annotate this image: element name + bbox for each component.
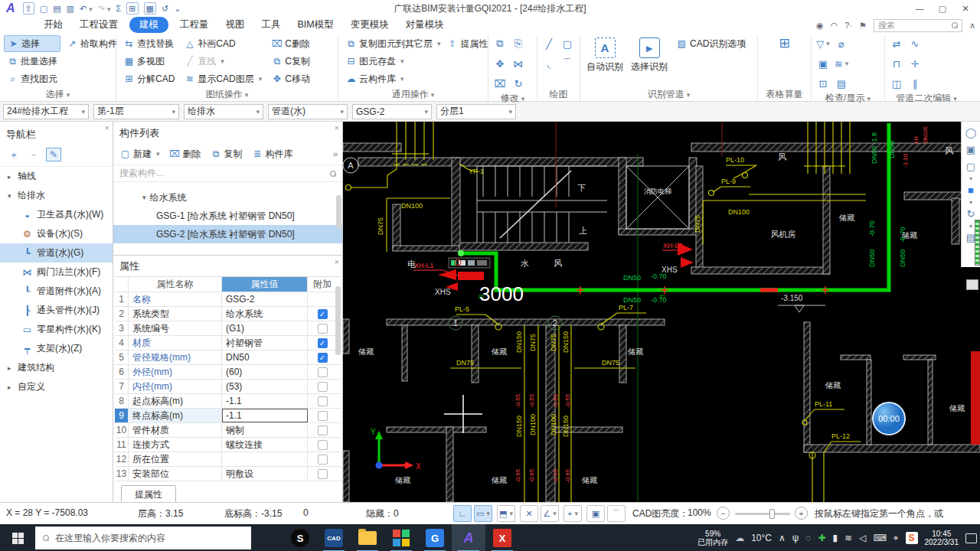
copy-to-other-floor-button[interactable]: ⧉复制图元到其它层 [342,35,444,52]
property-row[interactable]: 7内径(mm)(53) [115,380,341,394]
component-list-close-icon[interactable] [335,123,339,132]
rotate-icon[interactable]: ↻ [511,76,526,91]
window-select-icon[interactable]: ▭ [474,505,492,522]
group-label-identify-pipe[interactable]: 识别管道 [584,88,753,101]
battery-icon[interactable]: ▮ [833,533,838,543]
attach-checkbox[interactable] [318,353,328,363]
delete-component-button[interactable]: ⌧删除 [168,145,203,162]
draw-arc-icon[interactable]: ⌒ [560,56,575,71]
nav-item-fitting[interactable]: ┠通头管件(水)(J) [0,301,113,320]
chevron-down-icon[interactable]: ▾ [969,199,972,205]
component-dropdown[interactable]: GSG-2 [352,104,432,119]
ribbon-search-input[interactable]: 搜索 [874,19,962,32]
taskbar-app-s[interactable]: S [283,524,317,551]
tab-quantity[interactable]: 工程量 [172,18,217,31]
taskbar-app-cad[interactable]: CAD [317,524,351,551]
new-component-button[interactable]: ▢新建 [118,145,162,162]
attach-checkbox[interactable] [318,367,328,377]
tab-compare-module[interactable]: 对量模块 [397,18,452,31]
image-toggle-icon[interactable]: ▣ [586,505,605,522]
mirror-icon[interactable]: ⋈ [511,56,526,71]
group-label-common-ops[interactable]: 通用操作 [342,88,484,101]
show-cad-layers-button[interactable]: ≋显示CAD图层 [181,70,265,87]
nav-group-custom[interactable]: ▸自定义 [0,377,113,396]
orbit-view-icon[interactable]: ◯ [965,125,977,141]
nav-group-axis[interactable]: ▸轴线 [0,167,113,186]
sync-icon[interactable]: ↺ [162,3,168,14]
auto-identify-button[interactable]: A 自动识别 [584,35,626,88]
layer-dropdown[interactable]: 分层1 [436,104,516,119]
legend-icon[interactable]: ▤ [834,76,849,91]
headset-icon[interactable]: ◠ [831,21,838,31]
nav-item-equipment[interactable]: ⚙设备(水)(S) [0,224,113,243]
c-delete-button[interactable]: ⌧C删除 [268,35,313,52]
explode-cad-button[interactable]: ⊞分解CAD [120,70,178,87]
multiview-button[interactable]: ▦多视图 [120,53,178,70]
clock[interactable]: 10:452022/3/31 [925,530,959,546]
pipe-parallel-icon[interactable]: ∥ [907,76,923,91]
taskbar-app-explorer[interactable] [351,524,384,551]
property-row[interactable]: 4材质衬塑钢管 [115,336,341,350]
copy-icon[interactable]: ⧉ [492,36,508,51]
component-item-gsg1[interactable]: GSG-1 [给水系统 衬塑钢管 DN50] [113,207,342,225]
pipe-bridge-icon[interactable]: ⊓ [889,56,904,71]
nav-close-icon[interactable] [105,123,109,132]
arc-toggle-icon[interactable]: ⌒ [607,505,626,522]
taskbar-search-input[interactable]: 在这里输入你要搜索的内容 [35,527,251,549]
nav-item-valve-flange[interactable]: ⋈阀门法兰(水)(F) [0,262,113,282]
properties-scrollbar[interactable] [335,286,341,355]
attach-checkbox[interactable] [318,411,328,421]
nav-remove-icon[interactable]: － [26,148,41,161]
property-row[interactable]: 8起点标高(m)-1.1 [115,394,341,409]
pipe-swap-icon[interactable]: ⇄ [889,36,904,51]
toolbar-more-icon[interactable]: » [333,149,338,158]
restore-button[interactable]: ▢ [931,4,954,14]
attach-checkbox[interactable] [318,382,328,392]
angle-snap-icon[interactable]: ∠ [541,505,559,522]
taskbar-app-gqi[interactable]: A [452,524,485,551]
line-button[interactable]: ╱直线 [181,53,265,70]
nav-edit-icon[interactable]: ✎ [46,148,61,161]
pick-component-button[interactable]: ↗拾取构件 [64,35,120,52]
keyboard-icon[interactable]: ⌨ [873,533,886,543]
publish-icon[interactable]: ⇧ [23,2,34,15]
new-file-icon[interactable]: ▢ [40,3,47,14]
paste-icon[interactable]: ⎘ [511,36,526,51]
property-row[interactable]: 10管件材质钢制 [115,423,341,438]
help-icon[interactable]: ?· [844,21,852,30]
undo-icon[interactable]: ↶ [80,3,93,15]
view-3d-icon[interactable]: ▣ [966,142,975,158]
property-row[interactable]: 5管径规格(mm)DN50 [115,350,341,365]
open-file-icon[interactable]: ▤ [53,3,60,14]
rotate-view-icon[interactable]: ↻ [967,206,975,222]
nav-item-pipe-accessory[interactable]: ┖管道附件(水)(A) [0,282,113,301]
pipe-split-icon[interactable]: ◫ [889,76,904,91]
temperature[interactable]: 10°C [751,533,772,543]
cube-view-icon[interactable]: ⬒ [497,505,515,522]
green-scrollbar-thumb[interactable] [975,220,980,266]
group-label-modify[interactable]: 修改 [492,92,533,105]
tray-expand-icon[interactable]: ∧ [779,533,786,543]
attach-checkbox[interactable] [318,324,328,334]
attach-checkbox[interactable] [318,309,328,319]
pipe-wave-icon[interactable]: ∿ [907,36,923,51]
delete-icon[interactable]: ⌧ [492,76,508,91]
brightness-plus-button[interactable]: + [795,507,808,520]
property-row[interactable]: 11连接方式螺纹连接 [115,438,341,452]
start-button[interactable] [0,524,35,551]
find-element-button[interactable]: ⌕查找图元 [4,70,60,87]
group-label-check-display[interactable]: 检查/显示 [815,92,880,105]
pin-icon[interactable]: ⌖ [893,533,899,543]
chevron-down-icon[interactable]: ▾ [969,223,972,229]
c-copy-button[interactable]: ⧉C复制 [268,53,313,70]
group-label-select[interactable]: 选择 [4,88,112,101]
property-row[interactable]: 13安装部位明敷设 [115,467,341,481]
tab-tools[interactable]: 工具 [253,18,289,31]
taskbar-app-gtj[interactable]: G [418,524,452,551]
volume-icon[interactable]: ◁ [859,533,866,543]
nav-item-support[interactable]: ┯支架(水)(Z) [0,339,113,358]
picture-icon[interactable]: ▦ [144,2,156,15]
notification-center-icon[interactable] [965,533,977,543]
point-snap-icon[interactable]: + [564,505,582,522]
tab-project-settings[interactable]: 工程设置 [71,18,126,31]
